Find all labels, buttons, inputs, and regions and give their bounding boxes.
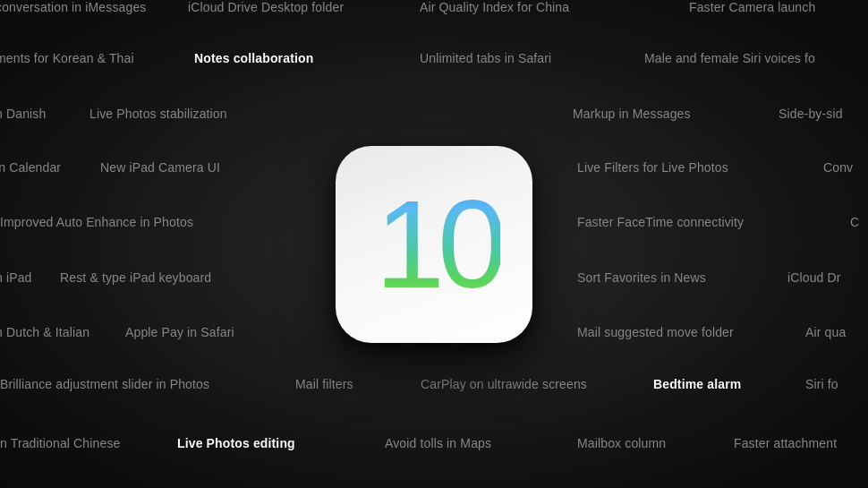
feature-label: Faster FaceTime connectivity — [577, 215, 744, 229]
feature-label: n Dutch & Italian — [0, 325, 89, 339]
feature-label: iCloud Drive Desktop folder — [188, 0, 344, 14]
feature-label: Markup in Messages — [573, 107, 691, 121]
ios-icon: 10 — [336, 146, 532, 343]
feature-label: Live Photos editing — [177, 436, 295, 450]
feature-label: New iPad Camera UI — [100, 160, 220, 175]
feature-label: Live Photos stabilization — [89, 107, 227, 121]
ios-version-number: 10 — [368, 182, 500, 307]
feature-label: Improved Auto Enhance in Photos — [0, 215, 193, 229]
feature-label: Conv — [823, 160, 853, 175]
feature-label: Mail filters — [295, 377, 353, 391]
feature-label: Notes collaboration — [194, 51, 313, 65]
feature-label: n iPad — [0, 270, 32, 285]
feature-label: n Danish — [0, 107, 46, 121]
feature-label: Male and female Siri voices fo — [644, 51, 815, 65]
feature-label: Apple Pay in Safari — [125, 325, 234, 339]
feature-label: Mail suggested move folder — [577, 325, 734, 339]
feature-label: Live Filters for Live Photos — [577, 160, 728, 175]
feature-label: Brilliance adjustment slider in Photos — [0, 377, 209, 391]
feature-label: CarPlay on ultrawide screens — [421, 377, 587, 391]
feature-label: C — [850, 215, 859, 229]
feature-label: ments for Korean & Thai — [0, 51, 134, 65]
feature-label: Siri fo — [805, 377, 838, 391]
feature-label: Sort Favorites in News — [577, 270, 706, 285]
feature-label: n Traditional Chinese — [0, 436, 120, 450]
feature-label: Faster attachment — [734, 436, 837, 450]
feature-label: Mailbox column — [577, 436, 666, 450]
feature-label: Side-by-sid — [779, 107, 843, 121]
feature-label: Bedtime alarm — [653, 377, 741, 391]
main-scene: 10 conversation in iMessagesiCloud Drive… — [0, 0, 868, 488]
feature-label: Air qua — [805, 325, 846, 339]
feature-label: Faster Camera launch — [689, 0, 815, 14]
feature-label: iCloud Dr — [787, 270, 841, 285]
feature-label: conversation in iMessages — [0, 0, 146, 14]
feature-label: Avoid tolls in Maps — [385, 436, 491, 450]
feature-label: Unlimited tabs in Safari — [420, 51, 551, 65]
feature-label: Rest & type iPad keyboard — [60, 270, 211, 285]
feature-label: Air Quality Index for China — [420, 0, 569, 14]
feature-label: in Calendar — [0, 160, 61, 175]
